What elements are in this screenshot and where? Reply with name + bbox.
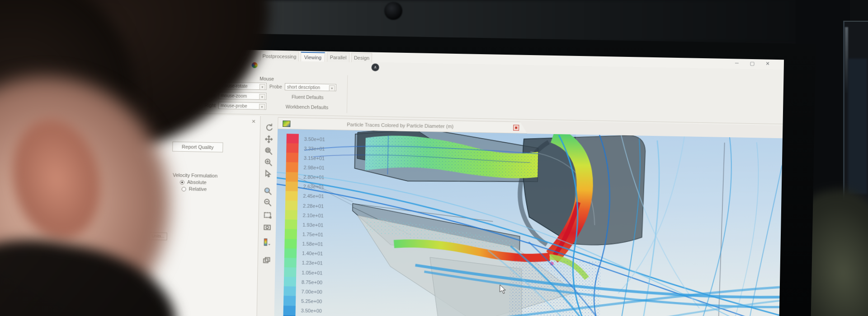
workbench-defaults-button[interactable]: Workbench Defaults: [275, 104, 339, 111]
legend-row: 2.10e+01: [285, 210, 324, 220]
legend-row: 5.25e+00: [283, 296, 322, 306]
colormap-legend: 3.50e+01 3.33e+01 3.15e+01 2.98e+01 2.80…: [283, 134, 325, 316]
legend-swatch: [286, 143, 298, 153]
legend-swatch: [284, 267, 296, 277]
panel-close-icon[interactable]: ✕: [251, 119, 255, 125]
legend-value: 3.50e+00: [301, 308, 322, 314]
graphics-window-title: Particle Traces Colored by Particle Diam…: [305, 121, 495, 130]
tab-postprocessing[interactable]: Postprocessing: [260, 51, 299, 61]
legend-swatch: [284, 277, 296, 287]
legend-value: 1.58e+01: [302, 241, 323, 247]
legend-value: 1.93e+01: [302, 222, 323, 228]
cfd-scene: [273, 129, 782, 316]
chevron-down-icon[interactable]: ▾: [329, 85, 335, 91]
legend-row: 1.93e+01: [285, 219, 324, 230]
snapshot-icon[interactable]: [263, 223, 271, 231]
graphics-canvas[interactable]: 3.50e+01 3.33e+01 3.15e+01 2.98e+01 2.80…: [273, 129, 782, 316]
legend-swatch: [285, 191, 297, 201]
legend-row: 8.75e+00: [284, 277, 323, 287]
graphics-window-icon: [283, 121, 290, 127]
legend-row: 3.15e+01: [286, 153, 325, 163]
legend-row: 1.75e+01: [285, 229, 324, 240]
legend-row: 2.45e+01: [285, 191, 324, 201]
legend-swatch: [285, 219, 297, 229]
legend-value: 3.33e+01: [304, 146, 325, 152]
legend-swatch: [283, 296, 296, 306]
relative-radio[interactable]: [182, 187, 186, 191]
arrange-windows-icon[interactable]: [263, 256, 271, 265]
tab-design[interactable]: Design: [351, 53, 372, 63]
tab-parallel[interactable]: Parallel: [327, 52, 349, 62]
legend-row: 1.58e+01: [284, 239, 323, 249]
legend-swatch: [286, 172, 298, 182]
legend-value: 2.45e+01: [303, 193, 324, 199]
legend-swatch: [286, 163, 298, 172]
legend-value: 2.10e+01: [303, 213, 324, 218]
legend-swatch: [284, 258, 296, 268]
legend-value: 2.98e+01: [303, 165, 324, 171]
tab-viewing[interactable]: Viewing: [301, 52, 325, 62]
probe-label: Probe: [269, 84, 282, 89]
legend-swatch: [283, 306, 296, 316]
report-quality-button[interactable]: Report Quality: [172, 142, 223, 153]
zoom-in-icon[interactable]: [264, 158, 273, 166]
velocity-formulation-label: Velocity Formulation: [173, 172, 217, 179]
legend-row: 3.50e+00: [283, 306, 322, 316]
legend-row: 2.98e+01: [286, 163, 325, 173]
magnify-icon[interactable]: [264, 187, 272, 195]
legend-row: 3.33e+01: [286, 143, 325, 153]
secondary-monitor-screen: [848, 59, 867, 194]
legend-value: 1.23e+01: [302, 260, 323, 266]
relative-label: Relative: [189, 186, 207, 192]
legend-value: 3.50e+01: [304, 136, 325, 142]
legend-row: 1.23e+01: [284, 258, 323, 268]
zoom-out-icon[interactable]: [264, 198, 272, 206]
legend-swatch: [286, 153, 298, 163]
legend-swatch: [283, 286, 296, 296]
maximize-button[interactable]: ▢: [746, 60, 758, 67]
legend-row: 1.05e+01: [284, 267, 323, 278]
chevron-down-icon[interactable]: ▾: [259, 94, 265, 100]
legend-swatch: [286, 181, 298, 191]
legend-swatch: [287, 134, 299, 144]
legend-value: 2.28e+01: [303, 203, 324, 209]
graphics-window-red-icon[interactable]: [513, 125, 519, 130]
legend-value: 7.00e+00: [301, 289, 322, 295]
legend-value: 1.40e+01: [302, 251, 323, 256]
legend-value: 1.75e+01: [302, 232, 323, 237]
legend-row: 7.00e+00: [283, 286, 322, 297]
legend-row: 2.28e+01: [285, 200, 324, 211]
rotate-icon[interactable]: [265, 123, 273, 131]
select-region-icon[interactable]: [263, 211, 271, 219]
secondary-monitor-edge: [845, 27, 848, 95]
chevron-down-icon[interactable]: ▾: [259, 104, 265, 110]
absolute-radio[interactable]: [180, 180, 184, 185]
probe-icon[interactable]: [264, 169, 272, 177]
chevron-down-icon[interactable]: ▾: [259, 84, 265, 90]
wall-fixture: [384, 2, 402, 20]
legend-row: 3.50e+01: [287, 134, 326, 144]
legend-value: 2.63e+01: [303, 184, 324, 190]
legend-swatch: [285, 229, 297, 239]
zoom-box-icon[interactable]: [264, 147, 273, 155]
legend-swatch: [285, 200, 297, 210]
minimize-button[interactable]: ─: [731, 60, 743, 67]
legend-swatch: [284, 239, 297, 249]
legend-value: 5.25e+00: [301, 298, 322, 304]
legend-swatch: [284, 248, 297, 258]
pan-icon[interactable]: [265, 135, 273, 143]
probe-dropdown[interactable]: short description ▾: [285, 83, 336, 91]
close-button[interactable]: ✕: [762, 60, 774, 67]
legend-row: 2.80e+01: [286, 172, 325, 182]
legend-value: 8.75e+00: [302, 279, 322, 285]
legend-value: 2.80e+01: [303, 174, 324, 180]
mouse-group-title: Mouse: [243, 75, 290, 82]
colormap-icon[interactable]: [263, 238, 271, 246]
group-separator: [347, 75, 348, 113]
legend-row: 2.63e+01: [286, 181, 325, 192]
legend-row: 1.40e+01: [284, 248, 323, 259]
legend-value: 1.05e+01: [302, 270, 322, 275]
right-mouse-dropdown[interactable]: mouse-probe ▾: [218, 102, 266, 110]
legend-value: 3.15e+01: [304, 155, 325, 161]
fluent-defaults-button[interactable]: Fluent Defaults: [278, 94, 337, 100]
